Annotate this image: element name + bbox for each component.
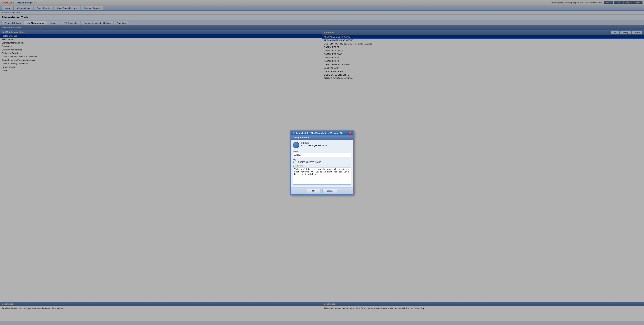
modal-attribute-label: Attribute xyxy=(301,142,351,144)
modal-icon-row: i Attribute ALL CASES QUERY NAME xyxy=(293,142,351,148)
modal-inner-header: Modify Attribute xyxy=(291,135,353,140)
modal-cancel-button[interactable]: Cancel xyxy=(322,189,337,193)
modal-value-label: Value xyxy=(293,151,351,153)
modal-attribute-section: Attribute ALL CASES QUERY NAME xyxy=(301,142,351,148)
modal-key-value: ALL_CASES_QUERY_NAME xyxy=(293,161,351,163)
modal-footer: OK Cancel xyxy=(291,187,353,194)
modal-overlay: ⚙ Argus Insight - Modify Attribute -- We… xyxy=(0,0,644,321)
modal-titlebar-left: ⚙ Argus Insight - Modify Attribute -- We… xyxy=(292,132,344,135)
modal-attribute-value: ALL CASES QUERY NAME xyxy=(301,144,351,147)
modal-key-label: Key xyxy=(293,158,351,161)
modal-ok-button[interactable]: OK xyxy=(307,189,320,193)
modify-attribute-dialog: ⚙ Argus Insight - Modify Attribute -- We… xyxy=(290,130,354,195)
modal-body: i Attribute ALL CASES QUERY NAME Value K… xyxy=(291,140,353,187)
modal-title-icon: ⚙ xyxy=(292,132,294,135)
modal-description-label: Description xyxy=(293,165,351,167)
modal-title-text: Argus Insight - Modify Attribute -- Webp… xyxy=(296,132,344,134)
modal-description-textarea[interactable] xyxy=(293,167,351,185)
modal-titlebar: ⚙ Argus Insight - Modify Attribute -- We… xyxy=(291,131,353,135)
modal-close-button[interactable]: ✕ xyxy=(349,132,352,135)
modal-info-icon: i xyxy=(293,142,299,148)
modal-value-input[interactable] xyxy=(293,153,351,157)
